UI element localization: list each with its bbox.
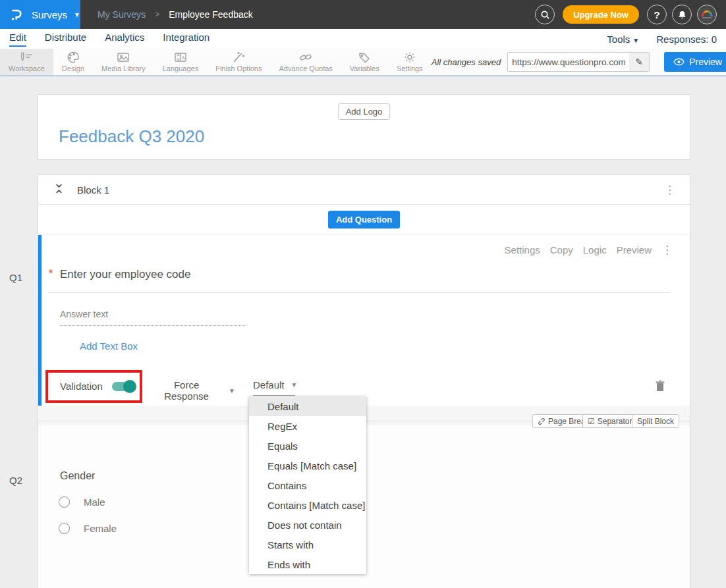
menu-item-default[interactable]: Default xyxy=(249,396,366,416)
add-text-box-link[interactable]: Add Text Box xyxy=(80,340,138,352)
radio-button-icon[interactable] xyxy=(59,523,70,534)
toolbar-item-advance-quotas[interactable]: Advance Quotas xyxy=(270,49,341,75)
question-logic-link[interactable]: Logic xyxy=(583,244,607,255)
question-settings-link[interactable]: Settings xyxy=(505,244,540,255)
block-header: Block 1 ⋮ xyxy=(38,175,690,205)
force-response-dropdown[interactable]: Force Response ▼ xyxy=(151,379,235,407)
validation-control: Validation xyxy=(60,381,134,392)
required-asterisk: * xyxy=(49,268,60,280)
breadcrumb-separator-icon: > xyxy=(155,10,159,19)
breadcrumb-my-surveys[interactable]: My Surveys xyxy=(98,9,146,20)
editor-toolbar: Workspace Design Media Library A Languag… xyxy=(0,49,726,76)
pencil-icon: ✎ xyxy=(635,57,643,67)
validation-toggle[interactable] xyxy=(112,382,134,391)
tools-dropdown[interactable]: Tools▼ xyxy=(607,34,639,45)
app-menu-label: Surveys xyxy=(32,9,67,20)
tab-edit[interactable]: Edit xyxy=(9,32,26,47)
answer-text-underline xyxy=(60,325,246,326)
notifications-button[interactable] xyxy=(672,5,692,24)
split-block-button[interactable]: Split Block xyxy=(632,414,679,428)
tab-analytics[interactable]: Analytics xyxy=(105,32,144,47)
search-button[interactable] xyxy=(535,5,555,24)
block-title[interactable]: Block 1 xyxy=(77,184,109,196)
responses-count[interactable]: Responses: 0 xyxy=(656,34,717,45)
upgrade-now-button[interactable]: Upgrade Now xyxy=(563,5,639,24)
avatar[interactable] xyxy=(697,5,717,24)
gear-icon xyxy=(403,51,416,63)
block-menu-button[interactable]: ⋮ xyxy=(664,184,675,196)
delete-question-button[interactable] xyxy=(655,380,665,394)
add-logo-button[interactable]: Add Logo xyxy=(338,103,391,120)
toolbar-label: Workspace xyxy=(9,65,45,72)
saved-status: All changes saved xyxy=(432,57,501,67)
toolbar-item-settings[interactable]: Settings xyxy=(388,49,432,75)
bell-icon xyxy=(677,10,687,20)
preview-label: Preview xyxy=(689,57,722,67)
survey-url-input[interactable] xyxy=(508,57,629,67)
questionpro-survey-editor: Surveys ▼ My Surveys > Employee Feedback… xyxy=(0,0,726,588)
questionpro-logo-icon xyxy=(9,7,24,22)
surveys-menu[interactable]: Surveys ▼ xyxy=(0,0,80,29)
toolbar-item-languages[interactable]: A Languages xyxy=(154,49,207,75)
validation-type-dropdown[interactable]: Default ▼ xyxy=(253,379,295,396)
menu-item-ends-with[interactable]: Ends with xyxy=(249,554,366,574)
tab-integration[interactable]: Integration xyxy=(163,32,209,47)
menu-item-does-not-contain[interactable]: Does not contain xyxy=(249,515,366,535)
active-question-stripe xyxy=(38,235,42,406)
menu-item-equals[interactable]: Equals xyxy=(249,436,366,456)
menu-item-regex[interactable]: RegEx xyxy=(249,416,366,436)
add-question-row: Add Question xyxy=(38,205,690,235)
menu-item-contains-match-case[interactable]: Contains [Match case] xyxy=(249,495,366,515)
question-copy-link[interactable]: Copy xyxy=(550,244,573,255)
chevron-down-icon: ▼ xyxy=(229,387,235,394)
chevron-down-icon: ▼ xyxy=(291,381,298,388)
question-title[interactable]: Gender xyxy=(60,470,95,482)
chevron-down-icon: ▼ xyxy=(632,37,639,44)
toolbar-item-design[interactable]: Design xyxy=(53,49,93,75)
separator-label: Separator xyxy=(598,417,632,426)
question-menu-button[interactable]: ⋮ xyxy=(661,244,673,255)
top-bar: Surveys ▼ My Surveys > Employee Feedback… xyxy=(0,0,726,29)
survey-title[interactable]: Feedback Q3 2020 xyxy=(59,126,204,147)
validation-label: Validation xyxy=(60,381,103,392)
menu-item-contains[interactable]: Contains xyxy=(249,475,366,495)
toolbar-label: Finish Options xyxy=(215,65,262,72)
toolbar-label: Settings xyxy=(397,65,423,72)
split-block-label: Split Block xyxy=(637,417,674,426)
menu-item-starts-with[interactable]: Starts with xyxy=(249,535,366,554)
toolbar-item-workspace[interactable]: Workspace xyxy=(0,49,53,75)
section-tabs: Edit Distribute Analytics Integration To… xyxy=(0,29,726,49)
checkbox-icon: ☑ xyxy=(588,417,595,426)
question-1-card: Settings Copy Logic Preview ⋮ * Enter yo… xyxy=(38,235,690,406)
tab-distribute[interactable]: Distribute xyxy=(45,32,86,47)
eye-icon xyxy=(673,58,684,66)
toolbar-label: Media Library xyxy=(101,65,146,72)
separator-button[interactable]: ☑ Separator xyxy=(582,414,637,428)
question-actions: Settings Copy Logic Preview ⋮ xyxy=(505,244,673,255)
breadcrumb: My Surveys > Employee Feedback xyxy=(98,0,253,29)
help-button[interactable]: ? xyxy=(647,5,667,24)
question-title[interactable]: Enter your employee code xyxy=(60,268,190,281)
tools-label: Tools xyxy=(607,34,630,45)
force-response-label: Force Response xyxy=(151,379,222,402)
edit-url-button[interactable]: ✎ xyxy=(629,53,649,71)
preview-button[interactable]: Preview xyxy=(664,52,726,72)
translate-icon: A xyxy=(174,51,187,63)
menu-item-equals-match-case[interactable]: Equals [Match case] xyxy=(249,456,366,475)
trash-icon xyxy=(655,380,665,392)
toolbar-item-finish-options[interactable]: Finish Options xyxy=(207,49,270,75)
avatar-logo-icon xyxy=(700,7,714,22)
toolbar-label: Variables xyxy=(350,65,379,72)
answer-text-field[interactable]: Answer text xyxy=(60,309,108,319)
toolbar-item-variables[interactable]: Variables xyxy=(341,49,388,75)
question-preview-link[interactable]: Preview xyxy=(617,244,652,255)
toolbar-item-media-library[interactable]: Media Library xyxy=(93,49,154,75)
radio-option-male[interactable]: Male xyxy=(59,496,105,508)
collapse-block-button[interactable] xyxy=(52,182,66,198)
radio-option-label: Female xyxy=(84,523,117,534)
add-question-button[interactable]: Add Question xyxy=(328,211,400,228)
radio-button-icon[interactable] xyxy=(59,496,70,508)
search-icon xyxy=(540,10,550,20)
radio-option-female[interactable]: Female xyxy=(59,523,117,534)
question-mark-icon: ? xyxy=(654,9,659,20)
